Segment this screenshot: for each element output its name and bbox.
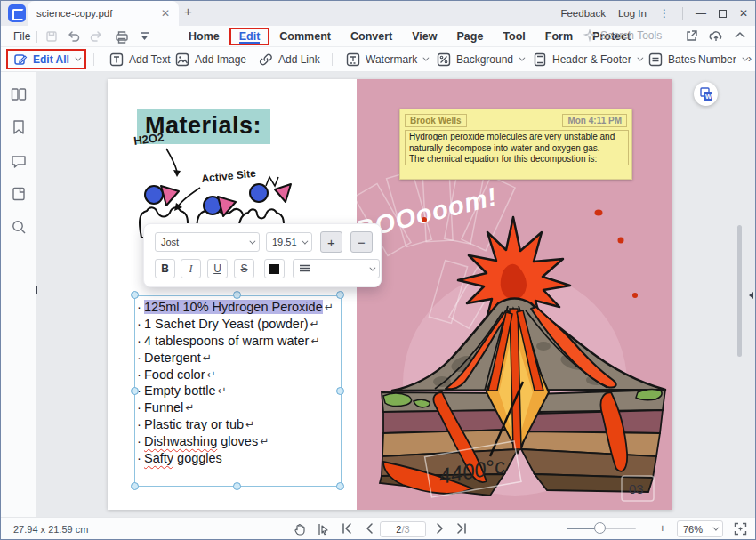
chevron-down-icon (302, 238, 308, 244)
menu-item-view[interactable]: View (402, 28, 446, 45)
first-page-icon[interactable] (341, 522, 353, 535)
select-tool-icon[interactable] (316, 522, 330, 536)
font-family-select[interactable]: Jost (155, 232, 260, 252)
search-tools[interactable]: Search Tools (583, 29, 662, 42)
font-size-select[interactable]: 19.51 (266, 232, 312, 252)
zoom-in-button[interactable]: + (659, 521, 666, 535)
attachment-icon[interactable] (11, 186, 27, 202)
login-link[interactable]: Log In (618, 8, 647, 19)
chevron-down-icon (519, 55, 525, 61)
bates-number-button[interactable]: Bates Number (648, 47, 746, 71)
add-link-button[interactable]: Add Link (259, 47, 320, 71)
alignment-select[interactable] (293, 259, 380, 278)
comment-icon[interactable] (11, 153, 27, 169)
resize-handle-s[interactable] (233, 482, 241, 490)
resize-handle-ne[interactable] (336, 291, 344, 299)
minimize-button[interactable]: — (696, 7, 706, 20)
close-button[interactable]: ✕ (739, 7, 748, 20)
print-icon[interactable] (115, 30, 129, 44)
edit-all-button[interactable]: Edit All (6, 49, 86, 69)
list-item[interactable]: ·Plastic tray or tub↵ (137, 416, 334, 433)
list-item[interactable]: ·Detergent↵ (137, 349, 334, 366)
undo-icon[interactable] (67, 30, 80, 43)
list-item[interactable]: ·125ml 10% Hydrogen Peroxide↵ (137, 299, 334, 316)
maximize-button[interactable] (719, 10, 727, 18)
decrease-font-button[interactable]: − (350, 231, 373, 253)
zoom-level-select[interactable]: 76% (677, 520, 723, 537)
strikethrough-button[interactable]: S (234, 259, 254, 278)
more-menu-icon[interactable]: ⋮ (659, 7, 670, 20)
align-lines-icon (299, 264, 311, 274)
page-dimensions: 27.94 x 21.59 cm (13, 524, 88, 535)
paragraph-mark: ↵ (203, 351, 212, 364)
file-menu[interactable]: File (13, 30, 30, 43)
background-button[interactable]: Background (437, 47, 523, 71)
menu-item-convert[interactable]: Convert (341, 28, 402, 45)
list-item-text: Safty goggles (144, 451, 222, 465)
convert-to-word-badge[interactable]: W (694, 82, 718, 106)
word-file-icon: W (699, 87, 713, 101)
font-color-button[interactable] (264, 259, 285, 278)
menu-item-tool[interactable]: Tool (493, 28, 535, 45)
resize-handle-e[interactable] (336, 387, 344, 395)
previous-page-icon[interactable] (364, 522, 374, 535)
zoom-out-button[interactable]: − (545, 521, 552, 535)
menu-item-page[interactable]: Page (447, 28, 494, 45)
zoom-slider-handle[interactable] (594, 522, 606, 534)
document-tab[interactable]: science-copy.pdf ✕ (28, 1, 179, 26)
save-icon[interactable] (45, 30, 58, 43)
share-icon[interactable] (685, 29, 698, 43)
list-item-text: Dishwashing gloves (144, 434, 258, 448)
feedback-link[interactable]: Feedback (560, 8, 606, 19)
new-tab-button[interactable]: + (184, 4, 192, 19)
list-item[interactable]: ·Food color↵ (137, 366, 334, 383)
increase-font-button[interactable]: + (320, 231, 342, 253)
bookmark-icon[interactable] (11, 119, 27, 135)
resize-handle-se[interactable] (336, 482, 344, 490)
paragraph-mark: ↵ (325, 301, 334, 313)
header-footer-button[interactable]: Header & Footer (533, 47, 641, 71)
menu-item-edit[interactable]: Edit (229, 28, 270, 45)
cloud-upload-icon[interactable] (709, 29, 723, 43)
menu-item-form[interactable]: Form (535, 28, 583, 45)
thumbnails-icon[interactable] (11, 86, 27, 102)
resize-handle-nw[interactable] (131, 291, 139, 299)
add-text-button[interactable]: Add Text (109, 47, 170, 71)
misspelled-word: Safty (144, 451, 173, 465)
menu-item-comment[interactable]: Comment (269, 28, 341, 45)
bold-button[interactable]: B (155, 259, 175, 278)
sticky-note[interactable]: Brook Wells Mon 4:11 PM Hydrogen peroxid… (399, 109, 632, 180)
next-page-icon[interactable] (435, 522, 446, 535)
vertical-scrollbar[interactable] (737, 225, 742, 357)
list-item[interactable]: ·4 tablespoons of warm water↵ (137, 333, 334, 350)
note-author: Brook Wells (405, 114, 467, 127)
list-item[interactable]: ·Funnel↵ (137, 399, 334, 416)
search-icon[interactable] (11, 219, 27, 235)
list-item[interactable]: ·Safty goggles (137, 449, 334, 466)
list-item[interactable]: ·Dishwashing gloves↵ (137, 432, 334, 449)
more-tools-arrow[interactable]: › (748, 52, 752, 65)
underline-button[interactable]: U (207, 259, 228, 278)
redo-icon[interactable] (90, 30, 103, 43)
list-item-text: Empty bottle (144, 383, 216, 398)
resize-handle-w[interactable] (131, 387, 139, 395)
fullscreen-icon[interactable] (734, 522, 747, 536)
hand-tool-icon[interactable] (293, 522, 307, 536)
page-number-input[interactable]: 2/3 (380, 521, 426, 537)
collapse-toolbar-icon[interactable] (734, 29, 746, 42)
toolbar-options-icon[interactable] (139, 30, 150, 42)
list-item-text: 1 Sachet Dry Yeast (powder) (144, 317, 309, 331)
watermark-button[interactable]: Watermark (346, 47, 427, 71)
last-page-icon[interactable] (455, 522, 468, 535)
statusbar: 27.94 x 21.59 cm 2/3 − (1, 517, 755, 540)
zoom-slider[interactable] (567, 528, 636, 529)
resize-handle-n[interactable] (233, 291, 241, 299)
list-item[interactable]: ·1 Sachet Dry Yeast (powder)↵ (137, 316, 334, 333)
add-image-button[interactable]: Add Image (175, 47, 246, 71)
italic-button[interactable]: I (181, 259, 201, 278)
menu-item-home[interactable]: Home (179, 28, 229, 45)
tab-close-icon[interactable]: ✕ (161, 7, 170, 20)
expand-right-panel-arrow[interactable] (749, 292, 753, 299)
list-item[interactable]: ·Empty bottle↵ (137, 383, 334, 399)
resize-handle-sw[interactable] (131, 482, 139, 490)
